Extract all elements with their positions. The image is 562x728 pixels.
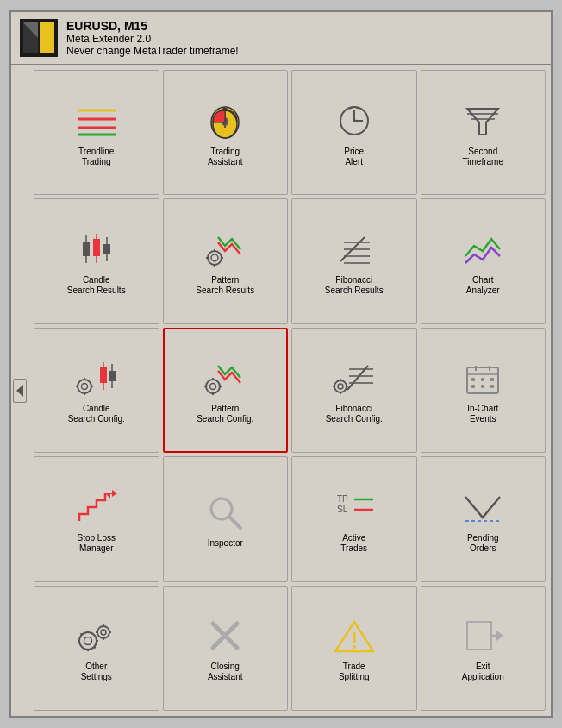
svg-rect-73: [471, 385, 475, 388]
pending-orders-label: PendingOrders: [467, 533, 499, 554]
fibonacci-search-results-label: FibonacciSearch Results: [325, 275, 384, 296]
grid-item-price-alert[interactable]: PriceAlert: [291, 70, 417, 195]
candle-search-config-label: CandleSearch Config.: [68, 404, 125, 424]
svg-point-56: [334, 380, 347, 392]
svg-marker-77: [112, 490, 117, 497]
trendline-trading-label: TrendlineTrading: [78, 147, 114, 167]
svg-rect-70: [471, 378, 475, 381]
stop-loss-manager-icon: [74, 485, 119, 530]
grid-item-fibonacci-search-config[interactable]: FibonacciSearch Config.: [291, 328, 417, 453]
candle-search-results-icon: [74, 227, 119, 272]
active-trades-label: ActiveTrades: [340, 533, 367, 554]
svg-marker-20: [467, 109, 498, 135]
trading-assistant-icon: [203, 98, 247, 143]
inspector-label: Inspector: [208, 538, 243, 549]
svg-point-94: [101, 630, 106, 635]
svg-rect-1: [40, 22, 54, 53]
nav-left-button[interactable]: [13, 379, 27, 403]
pattern-search-results-icon: [203, 227, 247, 272]
grid-item-trade-splitting[interactable]: TradeSplitting: [291, 586, 417, 711]
svg-rect-28: [103, 244, 110, 254]
svg-line-79: [229, 517, 240, 528]
svg-text:TP: TP: [337, 494, 348, 504]
svg-rect-72: [490, 378, 494, 381]
svg-rect-26: [93, 239, 100, 256]
trade-splitting-label: TradeSplitting: [339, 662, 370, 682]
pattern-search-config-label: PatternSearch Config.: [197, 404, 253, 424]
grid-item-candle-search-results[interactable]: CandleSearch Results: [34, 198, 159, 323]
grid-item-inspector[interactable]: Inspector: [163, 456, 289, 581]
main-window: EURUSD, M15 Meta Extender 2.0 Never chan…: [9, 10, 553, 718]
svg-line-92: [94, 647, 96, 649]
second-timeframe-icon: [460, 98, 505, 143]
header-product: Meta Extender 2.0: [66, 33, 239, 45]
svg-point-41: [81, 384, 87, 390]
svg-point-40: [78, 380, 91, 393]
svg-point-30: [211, 254, 218, 261]
svg-point-50: [206, 380, 220, 393]
grid-item-pending-orders[interactable]: PendingOrders: [421, 456, 546, 581]
svg-point-29: [208, 251, 222, 265]
header-warning: Never change MetaTrader timeframe!: [66, 45, 239, 57]
pattern-search-config-icon: [203, 355, 247, 400]
trendline-trading-icon: [74, 98, 119, 143]
stop-loss-manager-label: Stop LossManager: [78, 533, 116, 554]
grid-item-second-timeframe[interactable]: SecondTimeframe: [421, 70, 546, 195]
candle-search-results-label: CandleSearch Results: [67, 275, 126, 296]
svg-point-93: [97, 626, 109, 638]
header-text: EURUSD, M15 Meta Extender 2.0 Never chan…: [66, 19, 239, 57]
grid-item-trading-assistant[interactable]: TradingAssistant: [163, 70, 289, 195]
inspector-icon: [203, 490, 247, 535]
pattern-search-results-label: PatternSearch Results: [196, 275, 254, 296]
trade-splitting-icon: [332, 613, 377, 658]
grid-item-trendline-trading[interactable]: TrendlineTrading: [34, 70, 159, 195]
exit-application-label: ExitApplication: [462, 662, 504, 682]
trading-assistant-label: TradingAssistant: [208, 147, 243, 167]
other-settings-label: OtherSettings: [81, 662, 112, 682]
svg-rect-49: [109, 371, 116, 381]
grid-item-closing-assistant[interactable]: ClosingAssistant: [163, 586, 289, 711]
svg-rect-75: [490, 385, 494, 388]
svg-point-57: [338, 384, 343, 389]
exit-application-icon: [460, 613, 505, 658]
fibonacci-search-config-label: FibonacciSearch Config.: [326, 404, 383, 424]
fibonacci-search-config-icon: [332, 355, 377, 400]
svg-rect-74: [481, 385, 484, 388]
grid-item-fibonacci-search-results[interactable]: FibonacciSearch Results: [291, 198, 417, 323]
content-area: TrendlineTrading: [11, 65, 551, 716]
logo: [20, 19, 58, 57]
grid-item-in-chart-events[interactable]: In-ChartEvents: [421, 328, 546, 453]
header-symbol: EURUSD, M15: [66, 19, 239, 33]
grid-item-candle-search-config[interactable]: CandleSearch Config.: [34, 328, 159, 453]
other-settings-icon: [74, 613, 119, 658]
svg-marker-106: [496, 631, 503, 641]
svg-rect-24: [83, 242, 90, 256]
grid-item-chart-analyzer[interactable]: ChartAnalyzer: [421, 198, 546, 323]
grid-item-other-settings[interactable]: OtherSettings: [34, 586, 159, 711]
candle-search-config-icon: [74, 355, 119, 400]
header: EURUSD, M15 Meta Extender 2.0 Never chan…: [11, 12, 551, 65]
in-chart-events-label: In-ChartEvents: [467, 404, 498, 424]
svg-rect-104: [467, 622, 491, 650]
grid-container: TrendlineTrading: [28, 65, 551, 716]
svg-point-51: [210, 384, 216, 390]
grid-item-pattern-search-results[interactable]: PatternSearch Results: [163, 198, 289, 323]
price-alert-label: PriceAlert: [344, 147, 364, 167]
grid-item-active-trades[interactable]: TP SL ActiveTrades: [291, 456, 417, 581]
closing-assistant-label: ClosingAssistant: [208, 662, 243, 682]
in-chart-events-icon: [460, 355, 505, 400]
second-timeframe-label: SecondTimeframe: [463, 147, 503, 167]
svg-marker-3: [16, 385, 23, 397]
svg-line-91: [80, 634, 82, 636]
fibonacci-search-results-icon: [332, 227, 377, 272]
grid-item-pattern-search-config[interactable]: PatternSearch Config.: [163, 328, 289, 453]
grid-item-exit-application[interactable]: ExitApplication: [421, 586, 546, 711]
grid-item-stop-loss-manager[interactable]: Stop LossManager: [34, 456, 159, 581]
chart-analyzer-label: ChartAnalyzer: [466, 275, 500, 296]
svg-rect-71: [481, 378, 484, 381]
price-alert-icon: [332, 98, 377, 143]
nav-arrow-left-container: [11, 65, 28, 716]
pending-orders-icon: [460, 485, 505, 530]
chart-analyzer-icon: [460, 227, 505, 272]
active-trades-icon: TP SL: [332, 485, 377, 530]
